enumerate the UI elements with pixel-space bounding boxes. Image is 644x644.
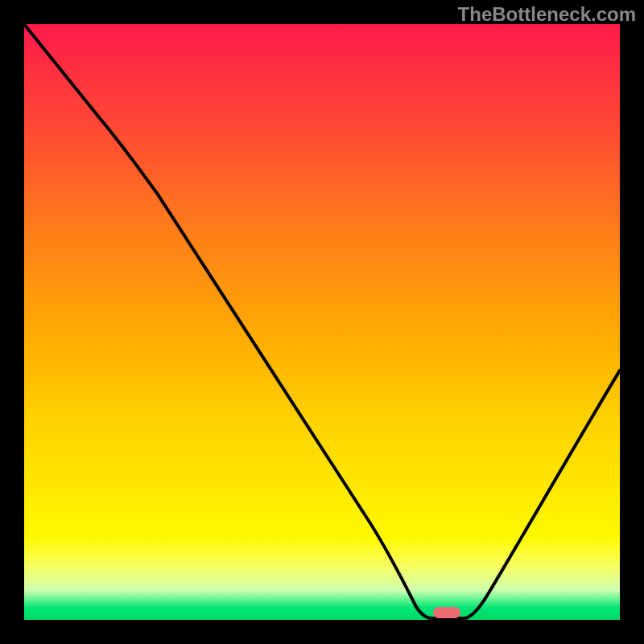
chart-curve-layer: [24, 24, 620, 620]
bottleneck-curve-path: [24, 24, 620, 618]
chart-plot-area: [24, 24, 620, 620]
optimal-marker: [433, 607, 460, 618]
watermark-text: TheBottleneck.com: [458, 3, 636, 26]
